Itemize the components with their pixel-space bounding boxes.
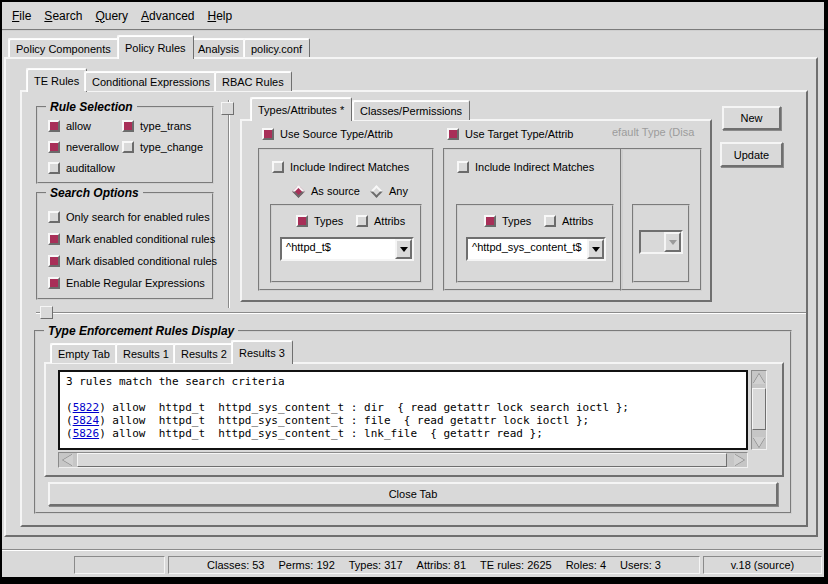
horizontal-sash[interactable] xyxy=(36,312,806,314)
checkbox-source-types[interactable]: Types xyxy=(296,215,343,227)
combobox-value[interactable]: ^httpd_sys_content_t$ xyxy=(468,239,587,259)
checkbox-use-target[interactable]: Use Target Type/Attrib xyxy=(447,128,573,140)
checkbox-label: type_change xyxy=(140,141,203,153)
stat-classes: Classes: 53 xyxy=(207,559,264,571)
update-button[interactable]: Update xyxy=(720,142,783,167)
checkbox-indicator[interactable] xyxy=(48,233,60,245)
results-text-area[interactable]: 3 rules match the search criteria (5822)… xyxy=(58,370,748,450)
statusbar-separator xyxy=(2,549,822,551)
horizontal-sash-handle[interactable] xyxy=(40,306,53,319)
combo-arrow-icon[interactable] xyxy=(395,239,412,259)
rule-line: (5822) allow httpd_t httpd_sys_content_t… xyxy=(66,401,746,414)
checkbox-target-attribs[interactable]: Attribs xyxy=(544,215,593,227)
checkbox-indicator[interactable] xyxy=(272,161,284,173)
checkbox-indicator[interactable] xyxy=(122,141,134,153)
vertical-sash[interactable] xyxy=(228,100,230,308)
results-summary: 3 rules match the search criteria xyxy=(66,375,746,388)
checkbox-only-enabled[interactable]: Only search for enabled rules xyxy=(48,211,210,223)
vertical-sash-handle[interactable] xyxy=(221,102,234,115)
radio-as-source[interactable]: As source xyxy=(292,185,360,197)
stat-te-rules: TE rules: 2625 xyxy=(480,559,552,571)
checkbox-label: Types xyxy=(314,215,343,227)
checkbox-indicator[interactable] xyxy=(356,215,368,227)
hscroll-thumb[interactable] xyxy=(77,453,727,467)
source-type-combobox[interactable]: ^httpd_t$ xyxy=(280,237,414,261)
results-hscrollbar[interactable] xyxy=(58,452,748,468)
checkbox-indicator[interactable] xyxy=(484,215,496,227)
target-type-combobox[interactable]: ^httpd_sys_content_t$ xyxy=(466,237,606,261)
checkbox-auditallow[interactable]: auditallow xyxy=(48,162,115,174)
statusbar-version: v.18 (source) xyxy=(703,556,822,574)
checkbox-source-indirect[interactable]: Include Indirect Matches xyxy=(272,161,409,173)
checkbox-mark-disabled[interactable]: Mark disabled conditional rules xyxy=(48,255,217,267)
checkbox-target-types[interactable]: Types xyxy=(484,215,531,227)
scroll-left-icon[interactable] xyxy=(60,453,75,467)
combo-arrow-icon xyxy=(664,232,681,252)
checkbox-use-source[interactable]: Use Source Type/Attrib xyxy=(262,128,393,140)
checkbox-label: Attribs xyxy=(374,215,405,227)
checkbox-type-change[interactable]: type_change xyxy=(122,141,203,153)
checkbox-mark-enabled[interactable]: Mark enabled conditional rules xyxy=(48,233,215,245)
checkbox-indicator[interactable] xyxy=(296,215,308,227)
radio-any[interactable]: Any xyxy=(370,185,408,197)
checkbox-regex[interactable]: Enable Regular Expressions xyxy=(48,277,205,289)
tab-results-2[interactable]: Results 2 xyxy=(173,343,235,363)
stat-types: Types: 317 xyxy=(349,559,403,571)
checkbox-label: auditallow xyxy=(66,162,115,174)
checkbox-label: Use Target Type/Attrib xyxy=(465,128,573,140)
scroll-right-icon[interactable] xyxy=(731,453,746,467)
stat-perms: Perms: 192 xyxy=(279,559,335,571)
checkbox-source-attribs[interactable]: Attribs xyxy=(356,215,405,227)
checkbox-type-trans[interactable]: type_trans xyxy=(122,120,191,132)
combo-arrow-icon[interactable] xyxy=(587,239,604,259)
combobox-value[interactable]: ^httpd_t$ xyxy=(282,239,395,259)
vscroll-thumb[interactable] xyxy=(752,388,766,430)
rule-line: (5826) allow httpd_t httpd_sys_content_t… xyxy=(66,427,746,440)
scroll-up-icon[interactable] xyxy=(752,371,766,386)
checkbox-label: Mark enabled conditional rules xyxy=(66,233,215,245)
rule-id-link[interactable]: 5822 xyxy=(73,401,100,414)
checkbox-label: Enable Regular Expressions xyxy=(66,277,205,289)
checkbox-indicator[interactable] xyxy=(544,215,556,227)
checkbox-label: Only search for enabled rules xyxy=(66,211,210,223)
checkbox-indicator[interactable] xyxy=(48,211,60,223)
checkbox-indicator[interactable] xyxy=(48,141,60,153)
tab-classes-permissions[interactable]: Classes/Permissions xyxy=(352,100,470,120)
checkbox-label: Attribs xyxy=(562,215,593,227)
rule-id-link[interactable]: 5824 xyxy=(73,414,100,427)
checkbox-indicator[interactable] xyxy=(48,162,60,174)
stat-users: Users: 3 xyxy=(620,559,661,571)
checkbox-target-indirect[interactable]: Include Indirect Matches xyxy=(457,161,594,173)
rule-selection-title: Rule Selection xyxy=(46,100,137,114)
new-button[interactable]: New xyxy=(722,106,781,130)
tab-results-3[interactable]: Results 3 xyxy=(231,340,293,364)
checkbox-indicator[interactable] xyxy=(48,255,60,267)
checkbox-indicator[interactable] xyxy=(447,128,459,140)
scroll-down-icon[interactable] xyxy=(752,434,766,449)
statusbar-stats: Classes: 53 Perms: 192 Types: 317 Attrib… xyxy=(168,556,700,574)
close-tab-button[interactable]: Close Tab xyxy=(48,482,778,506)
checkbox-neverallow[interactable]: neverallow xyxy=(48,141,119,153)
results-vscrollbar[interactable] xyxy=(751,370,767,450)
checkbox-indicator[interactable] xyxy=(457,161,469,173)
rule-selection-group: Rule Selection allow type_trans neverall… xyxy=(36,106,214,184)
radio-indicator[interactable] xyxy=(370,185,383,198)
checkbox-indicator[interactable] xyxy=(48,277,60,289)
tab-results-1[interactable]: Results 1 xyxy=(115,343,177,363)
radio-label: As source xyxy=(311,185,360,197)
source-frame: Include Indirect Matches As source Any T… xyxy=(258,148,434,291)
checkbox-indicator[interactable] xyxy=(122,120,134,132)
checkbox-label: Include Indirect Matches xyxy=(475,161,594,173)
tab-empty[interactable]: Empty Tab xyxy=(50,343,118,363)
checkbox-indicator[interactable] xyxy=(262,128,274,140)
tab-types-attributes[interactable]: Types/Attributes * xyxy=(250,97,352,121)
default-type-frame xyxy=(620,148,702,291)
radio-indicator[interactable] xyxy=(292,185,305,198)
checkbox-allow[interactable]: allow xyxy=(48,120,91,132)
statusbar-empty-box xyxy=(74,556,165,574)
checkbox-label: neverallow xyxy=(66,141,119,153)
rule-id-link[interactable]: 5826 xyxy=(73,427,100,440)
combobox-value xyxy=(641,232,664,252)
target-frame: Include Indirect Matches Types Attribs ^… xyxy=(443,148,623,291)
checkbox-indicator[interactable] xyxy=(48,120,60,132)
